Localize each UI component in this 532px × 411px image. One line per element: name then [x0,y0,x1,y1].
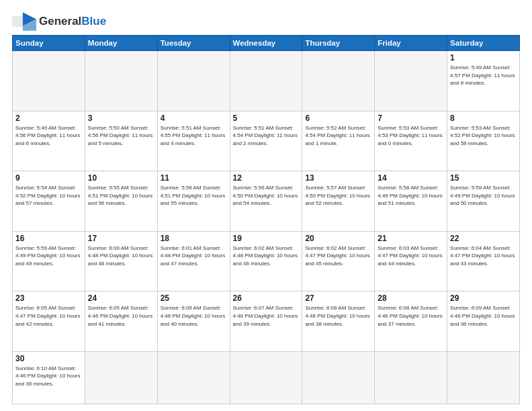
day-number: 6 [305,113,371,123]
day-info: Sunrise: 5:59 AM Sunset: 4:49 PM Dayligh… [15,244,82,268]
calendar-cell: 22Sunrise: 6:04 AM Sunset: 4:47 PM Dayli… [447,231,520,291]
day-info: Sunrise: 6:10 AM Sunset: 4:46 PM Dayligh… [15,365,82,388]
calendar-cell: 23Sunrise: 6:05 AM Sunset: 4:47 PM Dayli… [13,291,85,352]
day-number: 3 [88,113,154,123]
calendar-cell: 11Sunrise: 5:56 AM Sunset: 4:51 PM Dayli… [157,171,230,232]
day-number: 12 [233,173,300,183]
logo-text: GeneralBlue [39,15,106,28]
calendar-cell: 10Sunrise: 5:55 AM Sunset: 4:51 PM Dayli… [85,171,157,232]
calendar-cell: 2Sunrise: 5:49 AM Sunset: 4:56 PM Daylig… [13,111,85,171]
calendar-cell: 1Sunrise: 5:49 AM Sunset: 4:57 PM Daylig… [447,51,520,111]
day-info: Sunrise: 5:49 AM Sunset: 4:56 PM Dayligh… [15,124,82,148]
calendar-cell: 30Sunrise: 6:10 AM Sunset: 4:46 PM Dayli… [13,351,85,404]
calendar-cell: 21Sunrise: 6:03 AM Sunset: 4:47 PM Dayli… [375,231,447,291]
calendar-cell [447,351,520,404]
calendar-cell [230,51,302,111]
day-info: Sunrise: 6:05 AM Sunset: 4:46 PM Dayligh… [88,304,154,328]
day-number: 5 [233,113,300,123]
calendar-cell: 26Sunrise: 6:07 AM Sunset: 4:46 PM Dayli… [230,291,302,352]
calendar-cell [375,351,447,404]
calendar-cell: 8Sunrise: 5:53 AM Sunset: 4:52 PM Daylig… [447,111,520,171]
calendar-cell [230,351,302,404]
day-info: Sunrise: 6:05 AM Sunset: 4:47 PM Dayligh… [15,304,82,328]
day-info: Sunrise: 5:54 AM Sunset: 4:52 PM Dayligh… [15,184,82,208]
day-number: 28 [378,293,444,303]
calendar-cell: 25Sunrise: 6:06 AM Sunset: 4:46 PM Dayli… [157,291,230,352]
day-info: Sunrise: 6:02 AM Sunset: 4:48 PM Dayligh… [233,244,300,268]
calendar-cell: 19Sunrise: 6:02 AM Sunset: 4:48 PM Dayli… [230,231,302,291]
calendar-table: Sunday Monday Tuesday Wednesday Thursday… [12,35,520,404]
calendar-cell: 7Sunrise: 5:53 AM Sunset: 4:53 PM Daylig… [375,111,447,171]
page: GeneralBlue Sunday Monday Tuesday Wednes… [0,0,532,411]
calendar-cell: 14Sunrise: 5:58 AM Sunset: 4:49 PM Dayli… [375,171,447,232]
col-tuesday: Tuesday [157,36,230,51]
calendar-cell [85,51,157,111]
calendar-cell: 16Sunrise: 5:59 AM Sunset: 4:49 PM Dayli… [13,231,85,291]
calendar-cell [302,51,375,111]
day-info: Sunrise: 5:53 AM Sunset: 4:53 PM Dayligh… [378,124,444,148]
calendar-cell: 13Sunrise: 5:57 AM Sunset: 4:50 PM Dayli… [302,171,375,232]
day-info: Sunrise: 5:56 AM Sunset: 4:50 PM Dayligh… [233,184,300,208]
calendar-week-row: 2Sunrise: 5:49 AM Sunset: 4:56 PM Daylig… [13,111,520,171]
day-info: Sunrise: 5:59 AM Sunset: 4:49 PM Dayligh… [450,184,517,208]
day-info: Sunrise: 5:49 AM Sunset: 4:57 PM Dayligh… [450,64,517,87]
day-info: Sunrise: 5:50 AM Sunset: 4:56 PM Dayligh… [88,124,154,148]
calendar-cell: 20Sunrise: 6:02 AM Sunset: 4:47 PM Dayli… [302,231,375,291]
calendar-cell: 18Sunrise: 6:01 AM Sunset: 4:48 PM Dayli… [157,231,230,291]
calendar-cell: 29Sunrise: 6:09 AM Sunset: 4:46 PM Dayli… [447,291,520,352]
day-number: 27 [305,293,371,303]
calendar-cell: 5Sunrise: 5:51 AM Sunset: 4:54 PM Daylig… [230,111,302,171]
calendar-week-row: 9Sunrise: 5:54 AM Sunset: 4:52 PM Daylig… [13,171,520,232]
calendar-cell: 12Sunrise: 5:56 AM Sunset: 4:50 PM Dayli… [230,171,302,232]
day-info: Sunrise: 6:08 AM Sunset: 4:46 PM Dayligh… [305,304,371,328]
calendar-cell: 6Sunrise: 5:52 AM Sunset: 4:54 PM Daylig… [302,111,375,171]
calendar-week-row: 23Sunrise: 6:05 AM Sunset: 4:47 PM Dayli… [13,291,520,352]
day-number: 7 [378,113,444,123]
logo-icon [12,12,36,31]
day-number: 2 [15,113,82,123]
day-number: 21 [378,234,444,243]
day-info: Sunrise: 6:08 AM Sunset: 4:46 PM Dayligh… [378,304,444,328]
day-number: 23 [15,293,82,303]
calendar-cell: 27Sunrise: 6:08 AM Sunset: 4:46 PM Dayli… [302,291,375,352]
day-number: 4 [161,113,227,123]
day-number: 15 [450,173,517,183]
calendar-cell: 9Sunrise: 5:54 AM Sunset: 4:52 PM Daylig… [13,171,85,232]
day-number: 8 [450,113,517,123]
calendar-header-row: Sunday Monday Tuesday Wednesday Thursday… [13,36,520,51]
day-info: Sunrise: 5:51 AM Sunset: 4:55 PM Dayligh… [161,124,227,148]
calendar-cell: 17Sunrise: 6:00 AM Sunset: 4:48 PM Dayli… [85,231,157,291]
calendar-cell: 24Sunrise: 6:05 AM Sunset: 4:46 PM Dayli… [85,291,157,352]
day-info: Sunrise: 5:58 AM Sunset: 4:49 PM Dayligh… [378,184,444,208]
day-number: 20 [305,234,371,243]
day-info: Sunrise: 6:07 AM Sunset: 4:46 PM Dayligh… [233,304,300,328]
day-number: 29 [450,293,517,303]
day-number: 30 [15,354,82,363]
logo: GeneralBlue [12,12,106,31]
calendar-week-row: 1Sunrise: 5:49 AM Sunset: 4:57 PM Daylig… [13,51,520,111]
day-number: 19 [233,234,300,243]
day-info: Sunrise: 5:53 AM Sunset: 4:52 PM Dayligh… [450,124,517,148]
col-thursday: Thursday [302,36,375,51]
calendar-week-row: 30Sunrise: 6:10 AM Sunset: 4:46 PM Dayli… [13,351,520,404]
day-number: 1 [450,53,517,62]
day-number: 17 [88,234,154,243]
header: GeneralBlue [12,12,520,31]
calendar-cell [157,351,230,404]
calendar-cell [375,51,447,111]
day-number: 10 [88,173,154,183]
calendar-cell [13,51,85,111]
day-number: 11 [161,173,227,183]
col-monday: Monday [85,36,157,51]
day-info: Sunrise: 6:09 AM Sunset: 4:46 PM Dayligh… [450,304,517,328]
day-info: Sunrise: 5:52 AM Sunset: 4:54 PM Dayligh… [305,124,371,148]
day-info: Sunrise: 6:03 AM Sunset: 4:47 PM Dayligh… [378,244,444,268]
day-info: Sunrise: 5:57 AM Sunset: 4:50 PM Dayligh… [305,184,371,208]
calendar-cell [302,351,375,404]
svg-rect-0 [12,16,23,27]
calendar-week-row: 16Sunrise: 5:59 AM Sunset: 4:49 PM Dayli… [13,231,520,291]
day-info: Sunrise: 6:06 AM Sunset: 4:46 PM Dayligh… [161,304,227,328]
day-number: 14 [378,173,444,183]
calendar-cell [157,51,230,111]
day-number: 24 [88,293,154,303]
